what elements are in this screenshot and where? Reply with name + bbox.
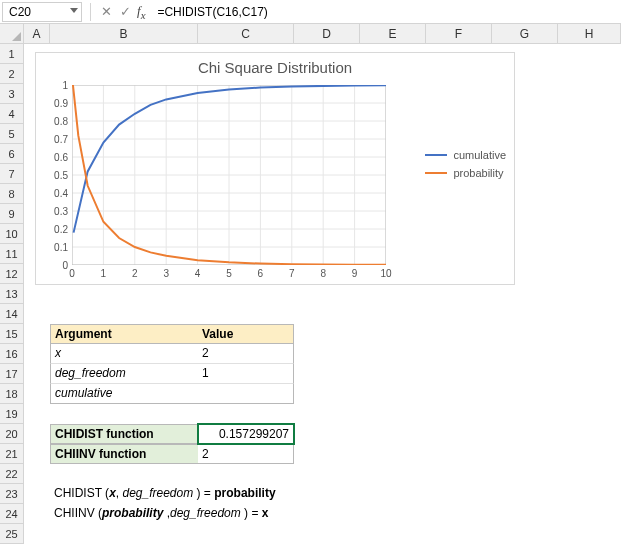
label-chidist[interactable]: CHIDIST function [50, 424, 198, 444]
x-tick-label: 3 [163, 268, 169, 279]
row-header[interactable]: 10 [0, 224, 24, 244]
row-header[interactable]: 18 [0, 384, 24, 404]
x-tick-label: 0 [69, 268, 75, 279]
table-cell[interactable]: 1 [198, 364, 294, 384]
row-header[interactable]: 1 [0, 44, 24, 64]
y-tick-label: 0.2 [44, 224, 68, 235]
table-cell[interactable]: cumulative [50, 384, 198, 404]
divider [90, 3, 91, 21]
chart[interactable]: Chi Square Distribution 00.10.20.30.40.5… [35, 52, 515, 285]
x-tick-label: 6 [258, 268, 264, 279]
row-header[interactable]: 19 [0, 404, 24, 424]
y-tick-label: 0.5 [44, 170, 68, 181]
cell-chiinv-value[interactable]: 2 [198, 444, 294, 464]
table-cell[interactable]: 2 [198, 344, 294, 364]
name-box-value: C20 [9, 5, 31, 19]
formula-input[interactable] [153, 3, 619, 21]
legend-label: cumulative [453, 149, 506, 161]
row-header[interactable]: 3 [0, 84, 24, 104]
table-header-argument[interactable]: Argument [50, 324, 198, 344]
cell-chidist-value[interactable]: 0.157299207 [198, 424, 294, 444]
legend-swatch [425, 172, 447, 174]
legend-swatch [425, 154, 447, 156]
chevron-down-icon[interactable] [70, 8, 78, 13]
row-header[interactable]: 4 [0, 104, 24, 124]
column-header[interactable]: D [294, 24, 360, 44]
y-tick-label: 0.7 [44, 134, 68, 145]
x-tick-label: 2 [132, 268, 138, 279]
row-header[interactable]: 5 [0, 124, 24, 144]
cancel-icon[interactable]: ✕ [99, 4, 114, 19]
table-header-value[interactable]: Value [198, 324, 294, 344]
row-header[interactable]: 14 [0, 304, 24, 324]
y-tick-label: 1 [44, 80, 68, 91]
row-header[interactable]: 13 [0, 284, 24, 304]
row-header[interactable]: 21 [0, 444, 24, 464]
row-header[interactable]: 12 [0, 264, 24, 284]
x-tick-label: 8 [320, 268, 326, 279]
name-box[interactable]: C20 [2, 2, 82, 22]
enter-icon[interactable]: ✓ [118, 4, 133, 19]
select-all-corner[interactable] [0, 24, 24, 44]
row-header[interactable]: 11 [0, 244, 24, 264]
row-header[interactable]: 7 [0, 164, 24, 184]
table-cell[interactable] [198, 384, 294, 404]
row-header[interactable]: 9 [0, 204, 24, 224]
row-header[interactable]: 23 [0, 484, 24, 504]
row-header[interactable]: 2 [0, 64, 24, 84]
x-tick-label: 4 [195, 268, 201, 279]
x-tick-label: 10 [380, 268, 391, 279]
row-header[interactable]: 25 [0, 524, 24, 544]
fx-icon[interactable]: fx [137, 3, 149, 21]
y-tick-label: 0.6 [44, 152, 68, 163]
x-tick-label: 1 [101, 268, 107, 279]
y-tick-label: 0.9 [44, 98, 68, 109]
row-header[interactable]: 16 [0, 344, 24, 364]
column-header[interactable]: A [24, 24, 50, 44]
row-header[interactable]: 22 [0, 464, 24, 484]
legend-item-probability: probability [425, 167, 506, 179]
row-header[interactable]: 15 [0, 324, 24, 344]
column-header[interactable]: E [360, 24, 426, 44]
chart-svg [72, 85, 386, 265]
y-tick-label: 0.4 [44, 188, 68, 199]
row-header[interactable]: 24 [0, 504, 24, 524]
label-chiinv[interactable]: CHIINV function [50, 444, 198, 464]
plot-area: 00.10.20.30.40.50.60.70.80.9101234567891… [72, 85, 386, 265]
row-header[interactable]: 6 [0, 144, 24, 164]
x-tick-label: 9 [352, 268, 358, 279]
row-header[interactable]: 20 [0, 424, 24, 444]
column-header[interactable]: B [50, 24, 198, 44]
legend-label: probability [453, 167, 503, 179]
column-header[interactable]: H [558, 24, 621, 44]
y-tick-label: 0 [44, 260, 68, 271]
formula-bar: C20 ✕ ✓ fx [0, 0, 621, 24]
legend-item-cumulative: cumulative [425, 149, 506, 161]
table-cell[interactable]: x [50, 344, 198, 364]
y-tick-label: 0.3 [44, 206, 68, 217]
column-header[interactable]: G [492, 24, 558, 44]
x-tick-label: 5 [226, 268, 232, 279]
column-header[interactable]: C [198, 24, 294, 44]
chart-legend: cumulative probability [425, 143, 506, 185]
y-tick-label: 0.8 [44, 116, 68, 127]
column-header[interactable]: F [426, 24, 492, 44]
spreadsheet-grid: ABCDEFGH 1234567891011121314151617181920… [0, 24, 621, 44]
row-header[interactable]: 8 [0, 184, 24, 204]
x-tick-label: 7 [289, 268, 295, 279]
row-header[interactable]: 17 [0, 364, 24, 384]
descr-chiinv[interactable]: CHIINV (probability ,deg_freedom ) = x [50, 504, 426, 524]
descr-chidist[interactable]: CHIDIST (x, deg_freedom ) = probability [50, 484, 426, 504]
y-tick-label: 0.1 [44, 242, 68, 253]
table-cell[interactable]: deg_freedom [50, 364, 198, 384]
chart-title: Chi Square Distribution [36, 53, 514, 78]
